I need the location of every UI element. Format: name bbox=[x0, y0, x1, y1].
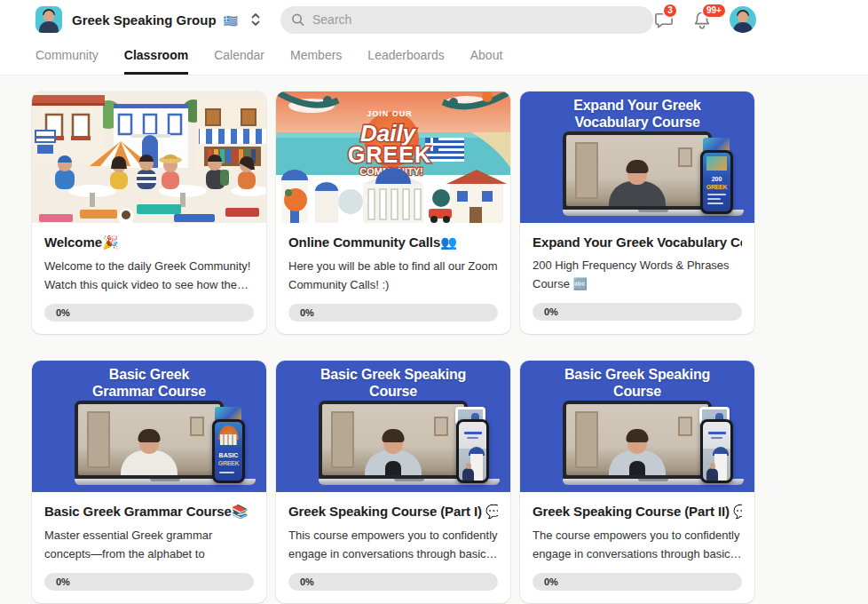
community-calls-thumbnail-poster: JOIN OUR Daily GREEK COMMUNITY! bbox=[276, 91, 510, 223]
course-card-grammar[interactable]: Basic Greek Grammar Course BASIC GREEK bbox=[32, 361, 266, 603]
progress-label: 0% bbox=[56, 307, 70, 318]
header-actions: 3 99+ bbox=[653, 6, 756, 33]
tab-community[interactable]: Community bbox=[36, 39, 99, 75]
card-title: Basic Greek Grammar Course📚 bbox=[44, 504, 254, 520]
card-body: Greek Speaking Course (Part I) 💬 This co… bbox=[276, 492, 510, 603]
card-title: Welcome🎉 bbox=[44, 234, 254, 250]
course-grid: Welcome🎉 Welcome to the daily Greek Comm… bbox=[0, 76, 868, 604]
progress-label: 0% bbox=[544, 576, 558, 587]
card-body: Welcome🎉 Welcome to the daily Greek Comm… bbox=[32, 223, 266, 334]
card-title: Expand Your Greek Vocabulary Co… bbox=[533, 234, 742, 250]
search-input[interactable] bbox=[312, 12, 643, 27]
progress-bar: 0% bbox=[288, 304, 498, 322]
card-description: 200 High Frequency Words & Phrases Cours… bbox=[533, 256, 742, 293]
notifications-button[interactable]: 99+ bbox=[692, 10, 712, 30]
card-body: Expand Your Greek Vocabulary Co… 200 Hig… bbox=[520, 223, 754, 333]
card-description: Master essential Greek grammar concepts—… bbox=[44, 526, 254, 563]
community-switcher-icon[interactable] bbox=[250, 12, 261, 28]
community-name-label: Greek Speaking Group bbox=[72, 12, 217, 28]
svg-text:JOIN OUR: JOIN OUR bbox=[367, 109, 413, 118]
progress-bar: 0% bbox=[44, 304, 254, 322]
card-body: Greek Speaking Course (Part II) 💬 The co… bbox=[520, 492, 754, 603]
svg-text:GREEK: GREEK bbox=[348, 142, 431, 167]
search-bar[interactable] bbox=[280, 6, 653, 34]
course-card-vocabulary[interactable]: Expand Your Greek Vocabulary Course 200 … bbox=[520, 91, 754, 334]
card-description: The course empowers you to confidently e… bbox=[533, 526, 742, 563]
tab-about[interactable]: About bbox=[470, 39, 503, 75]
laptop-graphic bbox=[563, 401, 712, 485]
card-description: Welcome to the daily Greek Community! Wa… bbox=[44, 257, 254, 294]
tab-leaderboards[interactable]: Leaderboards bbox=[367, 39, 444, 75]
notification-badge: 99+ bbox=[701, 3, 727, 19]
progress-label: 0% bbox=[300, 576, 314, 587]
laptop-graphic bbox=[563, 131, 712, 216]
progress-label: 0% bbox=[56, 576, 70, 587]
laptop-graphic bbox=[319, 401, 468, 485]
laptop-graphic bbox=[75, 401, 224, 485]
top-bar: Greek Speaking Group 🇬🇷 3 99+ bbox=[0, 0, 868, 39]
tab-classroom[interactable]: Classroom bbox=[124, 39, 188, 75]
user-avatar[interactable] bbox=[730, 6, 756, 33]
card-title: Greek Speaking Course (Part I) 💬 bbox=[288, 504, 498, 520]
card-description: This course empowers you to confidently … bbox=[288, 526, 498, 563]
progress-label: 0% bbox=[300, 307, 314, 318]
card-body: Basic Greek Grammar Course📚 Master essen… bbox=[32, 492, 266, 603]
thumbnail-title: Basic Greek Speaking Course bbox=[520, 366, 754, 400]
grammar-thumbnail: Basic Greek Grammar Course BASIC GREEK bbox=[32, 361, 266, 492]
phone-graphic: BASIC GREEK bbox=[212, 419, 245, 483]
progress-bar: 0% bbox=[533, 573, 742, 591]
nav-tabs: Community Classroom Calendar Members Lea… bbox=[0, 39, 868, 76]
vocabulary-thumbnail: Expand Your Greek Vocabulary Course 200 … bbox=[520, 91, 754, 223]
tab-members[interactable]: Members bbox=[290, 39, 342, 75]
chat-badge: 3 bbox=[662, 3, 678, 19]
progress-label: 0% bbox=[544, 306, 558, 317]
progress-bar: 0% bbox=[44, 573, 254, 591]
tab-calendar[interactable]: Calendar bbox=[214, 39, 264, 75]
greek-flag-emoji: 🇬🇷 bbox=[224, 14, 238, 28]
card-title: Online Community Calls👥 bbox=[288, 234, 498, 250]
course-card-community-calls[interactable]: JOIN OUR Daily GREEK COMMUNITY! bbox=[276, 91, 510, 334]
community-name[interactable]: Greek Speaking Group 🇬🇷 bbox=[72, 12, 238, 28]
course-card-speaking-1[interactable]: Basic Greek Speaking Course Gree bbox=[276, 361, 510, 603]
card-body: Online Community Calls👥 Here you will be… bbox=[276, 223, 510, 334]
progress-bar: 0% bbox=[288, 573, 498, 591]
thumbnail-title: Basic Greek Grammar Course bbox=[32, 366, 266, 400]
user-avatar-body bbox=[733, 22, 753, 33]
thumbnail-title: Basic Greek Speaking Course bbox=[276, 366, 510, 400]
thumbnail-title: Expand Your Greek Vocabulary Course bbox=[520, 97, 754, 131]
phone-graphic bbox=[700, 419, 733, 483]
course-card-welcome[interactable]: Welcome🎉 Welcome to the daily Greek Comm… bbox=[32, 91, 266, 334]
card-title: Greek Speaking Course (Part II) 💬 bbox=[533, 504, 742, 520]
avatar-body bbox=[39, 21, 59, 33]
card-description: Here you will be able to find all our Zo… bbox=[288, 257, 498, 294]
speaking-1-thumbnail: Basic Greek Speaking Course bbox=[276, 361, 510, 492]
search-icon bbox=[291, 12, 304, 27]
welcome-thumbnail-illustration bbox=[32, 91, 266, 223]
course-card-speaking-2[interactable]: Basic Greek Speaking Course Gree bbox=[520, 361, 754, 603]
progress-bar: 0% bbox=[533, 303, 742, 321]
phone-graphic bbox=[456, 419, 489, 483]
chat-button[interactable]: 3 bbox=[653, 10, 675, 30]
community-avatar[interactable] bbox=[36, 6, 62, 33]
speaking-2-thumbnail: Basic Greek Speaking Course bbox=[520, 361, 754, 492]
phone-graphic: 200 GREEK bbox=[700, 150, 733, 214]
